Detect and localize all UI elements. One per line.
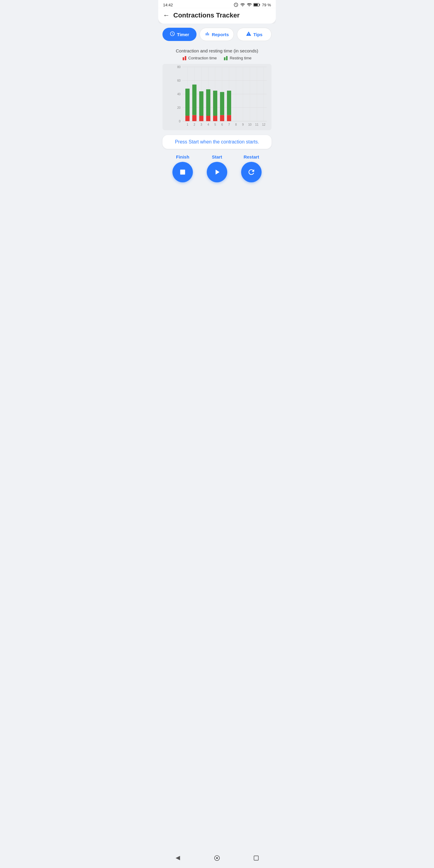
timer-icon	[170, 31, 175, 38]
tab-tips-label: Tips	[253, 32, 262, 37]
chart-svg: 80 60 40 20 0	[173, 67, 270, 127]
contraction-icon	[183, 56, 187, 60]
svg-text:9: 9	[242, 123, 244, 126]
svg-rect-36	[220, 92, 224, 115]
tab-timer[interactable]: Timer	[162, 28, 196, 41]
restart-icon	[247, 168, 255, 176]
svg-text:5: 5	[214, 123, 216, 126]
resting-icon	[224, 56, 228, 60]
battery-icon	[253, 3, 260, 7]
svg-rect-28	[192, 85, 196, 115]
status-icons: 79 %	[234, 2, 271, 7]
svg-rect-51	[180, 170, 185, 175]
signal-icon	[247, 2, 252, 7]
svg-text:60: 60	[177, 79, 181, 82]
tab-timer-label: Timer	[177, 32, 189, 37]
svg-rect-27	[192, 115, 196, 121]
back-button[interactable]: ←	[163, 11, 170, 19]
start-button[interactable]	[207, 162, 227, 182]
tips-icon	[246, 31, 251, 38]
svg-text:40: 40	[177, 93, 181, 96]
status-time: 14:42	[163, 3, 173, 7]
svg-rect-25	[185, 116, 190, 121]
svg-text:7: 7	[228, 123, 230, 126]
svg-rect-29	[199, 116, 204, 121]
tab-tips[interactable]: Tips	[237, 28, 272, 41]
message-box: Press Start when the contraction starts.	[162, 135, 272, 149]
legend-resting: Resting time	[224, 56, 251, 60]
start-control: Start	[207, 154, 227, 182]
restart-control: Restart	[241, 154, 261, 182]
controls: Finish Start Restart	[158, 149, 276, 185]
reports-icon	[205, 31, 210, 38]
svg-rect-32	[206, 89, 210, 116]
finish-label: Finish	[176, 154, 189, 159]
svg-text:80: 80	[177, 65, 181, 69]
svg-rect-35	[220, 115, 224, 121]
svg-text:1: 1	[187, 123, 188, 126]
svg-rect-37	[227, 115, 231, 121]
svg-rect-38	[227, 91, 231, 115]
svg-rect-26	[185, 89, 190, 116]
finish-button[interactable]	[173, 162, 193, 182]
resting-label: Resting time	[230, 56, 251, 60]
svg-rect-33	[213, 116, 217, 121]
tab-bar: Timer Reports Tips	[158, 24, 276, 44]
svg-text:10: 10	[248, 123, 252, 126]
chart-legend: Contraction time Resting time	[162, 56, 272, 60]
svg-marker-52	[216, 170, 219, 175]
svg-rect-30	[199, 91, 204, 116]
message-text: Press Start when the contraction starts.	[175, 139, 259, 144]
stop-icon	[179, 168, 187, 176]
svg-rect-1	[259, 4, 260, 6]
top-bar: ← Contractions Tracker	[158, 8, 276, 24]
contraction-label: Contraction time	[188, 56, 217, 60]
restart-label: Restart	[244, 154, 259, 159]
restart-button[interactable]	[241, 162, 261, 182]
chart-section: Contraction and resting time (in seconds…	[158, 44, 276, 130]
chart-title: Contraction and resting time (in seconds…	[162, 48, 272, 53]
play-icon	[213, 168, 221, 176]
svg-text:11: 11	[255, 123, 258, 126]
svg-text:20: 20	[177, 106, 181, 110]
svg-rect-2	[254, 4, 258, 6]
status-bar: 14:42 79 %	[158, 0, 276, 8]
svg-text:12: 12	[262, 123, 266, 126]
finish-control: Finish	[173, 154, 193, 182]
svg-rect-34	[213, 91, 217, 116]
svg-text:2: 2	[193, 123, 195, 126]
legend-contraction: Contraction time	[183, 56, 217, 60]
svg-text:6: 6	[221, 123, 223, 126]
start-label: Start	[212, 154, 222, 159]
svg-text:8: 8	[235, 123, 237, 126]
alarm-icon	[234, 2, 239, 7]
wifi-icon	[240, 2, 245, 7]
svg-text:4: 4	[207, 123, 209, 126]
tab-reports[interactable]: Reports	[199, 28, 234, 41]
svg-text:3: 3	[200, 123, 202, 126]
page-title: Contractions Tracker	[173, 11, 240, 19]
tab-reports-label: Reports	[212, 32, 229, 37]
chart-container: 80 60 40 20 0	[162, 64, 272, 130]
svg-rect-31	[206, 116, 210, 121]
svg-text:0: 0	[179, 120, 181, 123]
battery-pct: 79 %	[262, 3, 271, 7]
